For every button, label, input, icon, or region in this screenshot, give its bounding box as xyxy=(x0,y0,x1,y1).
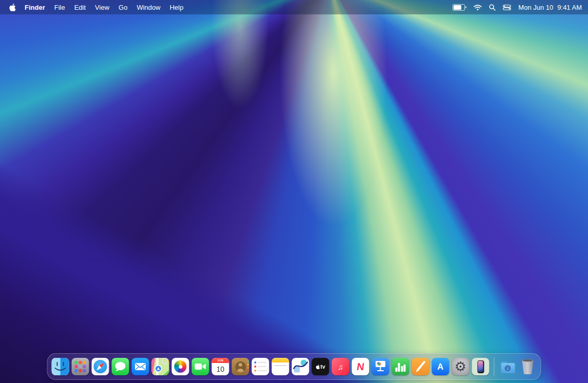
desktop-wallpaper: Finder File Edit View Go Window Help xyxy=(0,0,588,383)
calendar-icon-day: 10 xyxy=(212,363,229,375)
app-menu-finder[interactable]: Finder xyxy=(20,4,50,11)
dock-item-finder[interactable] xyxy=(52,358,69,375)
music-icon: ♫ xyxy=(338,363,343,371)
contacts-tabs xyxy=(247,360,248,372)
dock-item-maps[interactable] xyxy=(152,358,169,375)
dock-item-music[interactable]: ♫ xyxy=(332,358,349,375)
app-store-icon: A xyxy=(437,362,443,371)
dock-item-iphone-mirroring[interactable] xyxy=(472,358,489,375)
dock-item-calendar[interactable]: JUN 10 xyxy=(212,358,229,375)
menu-edit[interactable]: Edit xyxy=(70,4,90,11)
safari-compass-needle xyxy=(92,358,109,375)
menu-file[interactable]: File xyxy=(50,4,70,11)
dock: JUN 10 xyxy=(47,353,541,380)
dock-item-app-store[interactable]: A xyxy=(432,358,449,375)
dock-item-mail[interactable] xyxy=(132,358,149,375)
menu-bar-date[interactable]: Mon Jun 10 xyxy=(518,4,553,11)
dock-item-contacts[interactable] xyxy=(232,358,249,375)
trash-icon xyxy=(521,358,535,375)
mail-icon xyxy=(132,358,149,375)
dock-item-system-settings[interactable]: ⚙ xyxy=(452,358,469,375)
news-icon: N xyxy=(356,361,365,372)
apple-logo-icon xyxy=(9,4,16,11)
contacts-icon xyxy=(235,361,246,372)
dock-item-downloads[interactable]: ↓ xyxy=(499,358,517,375)
dock-item-safari[interactable] xyxy=(92,358,109,375)
messages-icon xyxy=(112,358,129,375)
battery-icon[interactable] xyxy=(453,4,466,11)
keynote-icon xyxy=(376,361,385,367)
maps-icon xyxy=(152,358,169,375)
dock-item-trash[interactable] xyxy=(519,358,537,375)
dock-divider xyxy=(494,357,495,376)
wifi-icon[interactable] xyxy=(474,4,482,11)
menu-bar: Finder File Edit View Go Window Help xyxy=(0,0,588,14)
dock-item-photos[interactable] xyxy=(172,358,189,375)
menu-bar-left: Finder File Edit View Go Window Help xyxy=(9,4,188,11)
pages-icon xyxy=(412,358,429,375)
calendar-icon-month: JUN xyxy=(212,358,229,363)
dock-item-apple-tv[interactable]: tv xyxy=(312,358,329,375)
notes-icon xyxy=(272,358,289,362)
dock-item-freeform[interactable] xyxy=(292,358,309,375)
dock-item-numbers[interactable] xyxy=(392,358,409,375)
finder-icon xyxy=(52,358,69,375)
dock-item-reminders[interactable] xyxy=(252,358,269,375)
dock-item-launchpad[interactable] xyxy=(72,358,89,375)
dock-item-pages[interactable] xyxy=(412,358,429,375)
dock-item-news[interactable]: N xyxy=(352,358,369,375)
download-arrow-icon: ↓ xyxy=(506,366,509,371)
menu-window[interactable]: Window xyxy=(132,4,165,11)
reminders-icon xyxy=(254,361,267,363)
launchpad-icon xyxy=(75,361,86,372)
numbers-icon xyxy=(396,363,406,372)
spotlight-search-icon[interactable] xyxy=(489,4,496,11)
iphone-mirroring-icon xyxy=(477,360,484,373)
facetime-icon xyxy=(192,358,209,375)
menu-go[interactable]: Go xyxy=(114,4,132,11)
system-settings-gear-icon: ⚙ xyxy=(455,358,466,375)
freeform-icon xyxy=(292,358,309,375)
menu-bar-status: Mon Jun 10 9:41 AM xyxy=(453,4,582,11)
menu-bar-time[interactable]: 9:41 AM xyxy=(557,4,582,11)
photos-icon xyxy=(174,360,187,373)
dock-item-messages[interactable] xyxy=(112,358,129,375)
apple-tv-label: tv xyxy=(321,364,325,370)
menu-view[interactable]: View xyxy=(90,4,114,11)
dock-item-keynote[interactable] xyxy=(372,358,389,375)
control-center-icon[interactable] xyxy=(503,5,511,10)
dock-item-facetime[interactable] xyxy=(192,358,209,375)
apple-menu[interactable] xyxy=(9,4,20,11)
dock-item-notes[interactable] xyxy=(272,358,289,375)
apple-tv-icon xyxy=(316,365,320,369)
menu-help[interactable]: Help xyxy=(165,4,188,11)
